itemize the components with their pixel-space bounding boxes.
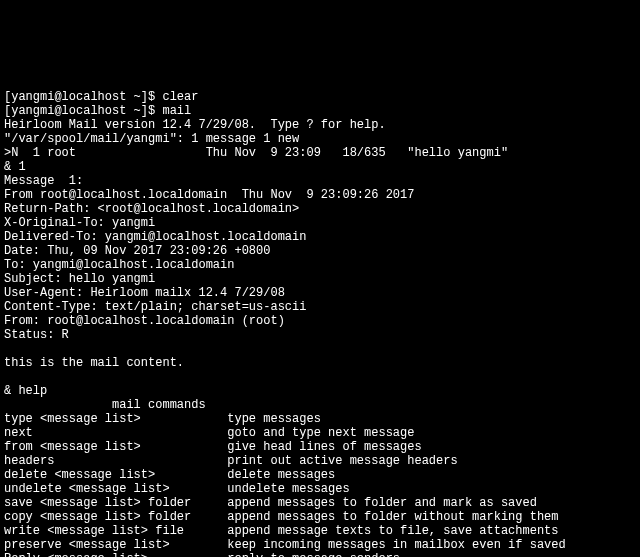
help-row: headers print out active message headers bbox=[4, 454, 458, 468]
message-header: Message 1: bbox=[4, 174, 83, 188]
shell-command: mail bbox=[162, 104, 191, 118]
help-row: from <message list> give head lines of m… bbox=[4, 440, 422, 454]
help-row: undelete <message list> undelete message… bbox=[4, 482, 350, 496]
header-user-agent: User-Agent: Heirloom mailx 12.4 7/29/08 bbox=[4, 286, 285, 300]
help-title: mail commands bbox=[4, 398, 206, 412]
shell-prompt: [yangmi@localhost ~]$ bbox=[4, 90, 162, 104]
header-from-envelope: From root@localhost.localdomain Thu Nov … bbox=[4, 188, 414, 202]
help-row: Reply <message list> reply to message se… bbox=[4, 552, 400, 557]
help-row: type <message list> type messages bbox=[4, 412, 321, 426]
header-to: To: yangmi@localhost.localdomain bbox=[4, 258, 234, 272]
message-body: this is the mail content. bbox=[4, 356, 184, 370]
shell-command: clear bbox=[162, 90, 198, 104]
help-commands-section: type <message list> type messages next g… bbox=[4, 412, 636, 557]
mail-version-line: Heirloom Mail version 12.4 7/29/08. Type… bbox=[4, 118, 386, 132]
header-from: From: root@localhost.localdomain (root) bbox=[4, 314, 285, 328]
blank-line bbox=[4, 342, 11, 356]
terminal-output[interactable]: [yangmi@localhost ~]$ clear [yangmi@loca… bbox=[0, 70, 640, 557]
header-subject: Subject: hello yangmi bbox=[4, 272, 155, 286]
help-row: save <message list> folder append messag… bbox=[4, 496, 537, 510]
header-delivered-to: Delivered-To: yangmi@localhost.localdoma… bbox=[4, 230, 306, 244]
header-x-original-to: X-Original-To: yangmi bbox=[4, 216, 155, 230]
blank-line bbox=[4, 370, 11, 384]
shell-prompt: [yangmi@localhost ~]$ bbox=[4, 104, 162, 118]
mail-prompt: & 1 bbox=[4, 160, 26, 174]
header-date: Date: Thu, 09 Nov 2017 23:09:26 +0800 bbox=[4, 244, 270, 258]
help-row: next goto and type next message bbox=[4, 426, 414, 440]
mail-prompt-help: & help bbox=[4, 384, 47, 398]
help-row: write <message list> file append message… bbox=[4, 524, 559, 538]
header-content-type: Content-Type: text/plain; charset=us-asc… bbox=[4, 300, 306, 314]
header-status: Status: R bbox=[4, 328, 69, 342]
mail-spool-line: "/var/spool/mail/yangmi": 1 message 1 ne… bbox=[4, 132, 299, 146]
help-row: copy <message list> folder append messag… bbox=[4, 510, 559, 524]
header-return-path: Return-Path: <root@localhost.localdomain… bbox=[4, 202, 299, 216]
mail-listing-line: >N 1 root Thu Nov 9 23:09 18/635 "hello … bbox=[4, 146, 508, 160]
help-row: preserve <message list> keep incoming me… bbox=[4, 538, 566, 552]
help-row: delete <message list> delete messages bbox=[4, 468, 335, 482]
